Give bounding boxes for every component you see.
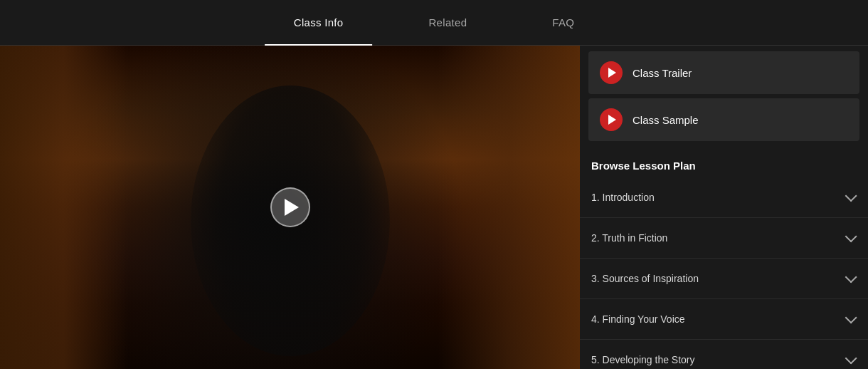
bookshelf-left [0, 46, 128, 369]
chevron-icon-2 [842, 231, 857, 245]
main-content: Class Trailer Class Sample Browse Lesson… [0, 46, 868, 369]
bookshelf-right [438, 46, 580, 369]
chevron-icon-1 [842, 190, 857, 204]
lesson-label-5: 5. Developing the Story [591, 354, 695, 365]
lesson-item-4[interactable]: 4. Finding Your Voice [580, 299, 868, 340]
play-button[interactable] [270, 187, 310, 227]
lesson-item-2[interactable]: 2. Truth in Fiction [580, 218, 868, 259]
tabs-bar: Class Info Related FAQ [0, 0, 868, 46]
lesson-label-1: 1. Introduction [591, 192, 655, 203]
lesson-label-2: 2. Truth in Fiction [591, 232, 667, 244]
class-sample-label: Class Sample [633, 114, 699, 126]
lesson-plan-title: Browse Lesson Plan [580, 151, 868, 177]
class-sample-button[interactable]: Class Sample [588, 98, 859, 141]
lesson-list[interactable]: 1. Introduction 2. Truth in Fiction 3. S… [580, 177, 868, 369]
app-container: Class Info Related FAQ [0, 0, 868, 369]
sample-play-icon [600, 108, 623, 131]
tab-faq[interactable]: FAQ [509, 0, 617, 46]
chevron-icon-3 [842, 271, 857, 286]
lesson-plan-section: Browse Lesson Plan 1. Introduction 2. Tr… [580, 151, 868, 369]
class-trailer-label: Class Trailer [633, 67, 692, 79]
video-thumbnail [0, 46, 580, 369]
video-buttons-section: Class Trailer Class Sample [580, 46, 868, 151]
lesson-item-3[interactable]: 3. Sources of Inspiration [580, 259, 868, 299]
lesson-item-1[interactable]: 1. Introduction [580, 177, 868, 218]
tab-class-info[interactable]: Class Info [251, 0, 386, 46]
tab-related[interactable]: Related [386, 0, 509, 46]
class-trailer-button[interactable]: Class Trailer [588, 51, 859, 94]
chevron-icon-4 [842, 312, 857, 326]
lesson-label-4: 4. Finding Your Voice [591, 313, 685, 325]
lesson-item-5[interactable]: 5. Developing the Story [580, 340, 868, 369]
trailer-play-icon [600, 61, 623, 84]
video-panel [0, 46, 580, 369]
lesson-label-3: 3. Sources of Inspiration [591, 273, 699, 284]
chevron-icon-5 [842, 353, 857, 367]
right-sidebar: Class Trailer Class Sample Browse Lesson… [580, 46, 868, 369]
play-icon [285, 199, 299, 216]
